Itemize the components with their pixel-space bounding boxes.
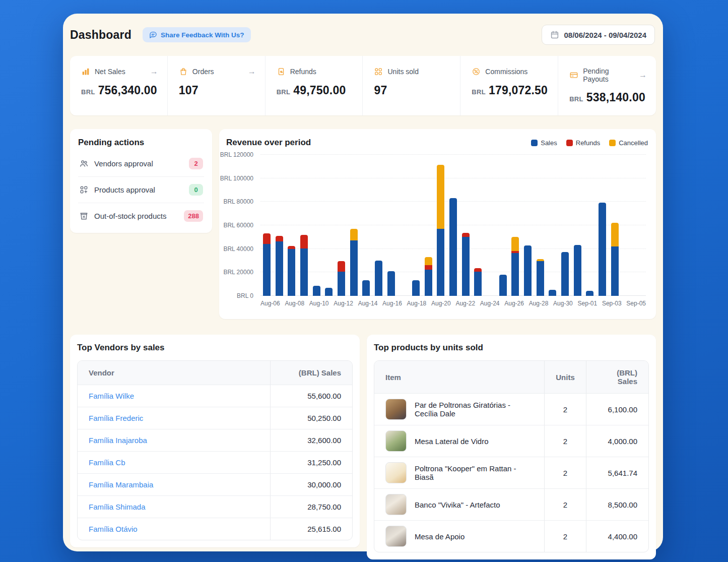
product-units-cell: 2 (544, 457, 586, 488)
chart-legend: SalesRefundsCancelled (531, 139, 648, 147)
bar-slot (285, 155, 298, 296)
bar-slot (459, 155, 472, 296)
kpi-commissions[interactable]: Commissions BRL179,072.50 (460, 56, 558, 115)
bar-Aug-16[interactable] (387, 271, 395, 296)
arrow-icon[interactable]: → (248, 67, 256, 76)
bar-Aug-10[interactable] (313, 286, 320, 296)
kpi-units-sold[interactable]: Units sold 97 (363, 56, 460, 115)
bar-Aug-11[interactable] (325, 288, 333, 296)
bar-Aug-08[interactable] (288, 246, 295, 296)
bar-Aug-29[interactable] (549, 290, 556, 296)
arrow-icon[interactable]: → (150, 67, 158, 76)
calendar-icon (550, 30, 559, 39)
grid-plus-icon (79, 185, 89, 195)
product-sales-cell: 5,641.74 (586, 457, 648, 488)
bar-slot (397, 155, 410, 296)
table-row: Família Inajaroba32,600.00 (78, 429, 352, 451)
bar-Aug-19[interactable] (425, 257, 432, 296)
product-name: Mesa Lateral de Vidro (415, 437, 488, 446)
pending-item-out-of-stock[interactable]: Out-of-stock products 288 (78, 203, 204, 229)
bar-Aug-28[interactable] (537, 259, 544, 296)
bar-slot (559, 155, 571, 296)
vendor-link[interactable]: Família Inajaroba (89, 436, 147, 445)
refund-icon (277, 67, 286, 76)
bar-segment-sales (276, 241, 283, 296)
x-tick-label: Aug-22 (455, 300, 475, 307)
bar-Sep-03[interactable] (611, 223, 619, 296)
x-tick-label: Sep-01 (577, 300, 597, 307)
bar-Sep-02[interactable] (599, 203, 606, 296)
date-range-value: 08/06/2024 - 09/04/2024 (564, 31, 646, 39)
x-tick-label (451, 300, 456, 307)
share-feedback-button[interactable]: Share Feedback With Us? (143, 27, 251, 42)
x-tick-label (353, 300, 358, 307)
kpi-value: 97 (374, 84, 387, 97)
products-table: Item Units (BRL) Sales Par de Poltronas … (374, 360, 649, 552)
bar-Aug-27[interactable] (524, 245, 532, 296)
legend-item-refunds: Refunds (566, 139, 600, 147)
bar-Aug-15[interactable] (375, 261, 382, 296)
bar-slot (571, 155, 584, 296)
chart-x-axis: Aug-06Aug-08Aug-10Aug-12Aug-14Aug-16Aug-… (260, 300, 646, 307)
chart-bars (260, 155, 646, 296)
kpi-value: 179,072.50 (489, 84, 548, 97)
count-badge: 288 (184, 210, 203, 222)
bar-Aug-07[interactable] (276, 236, 283, 296)
bar-Aug-21[interactable] (449, 198, 457, 296)
vendors-col-vendor: Vendor (78, 361, 270, 385)
bar-Aug-14[interactable] (362, 280, 370, 296)
vendor-cell: Família Shimada (78, 495, 270, 518)
vendor-link[interactable]: Família Frederic (89, 414, 143, 422)
bar-segment-refunds (474, 268, 482, 272)
x-tick-label (548, 300, 553, 307)
vendor-link[interactable]: Família Wilke (89, 392, 134, 400)
bar-slot (521, 155, 534, 296)
bar-Aug-18[interactable] (412, 280, 420, 296)
kpi-pending-payouts[interactable]: Pending Payouts → BRL538,140.00 (558, 56, 656, 115)
bar-Aug-06[interactable] (263, 233, 271, 296)
bar-Aug-22[interactable] (462, 233, 470, 296)
kpi-label: Pending Payouts (583, 67, 634, 83)
bar-slot (609, 155, 621, 296)
bar-segment-sales (611, 246, 619, 296)
vendor-link[interactable]: Família Otávio (89, 525, 138, 533)
bar-Sep-01[interactable] (586, 291, 593, 296)
kpi-value: 107 (179, 84, 198, 97)
bar-Aug-23[interactable] (474, 268, 482, 296)
kpi-refunds[interactable]: Refunds BRL49,750.00 (266, 56, 363, 115)
bar-slot (260, 155, 273, 296)
pending-item-products-approval[interactable]: Products approval 0 (78, 177, 204, 203)
pending-item-vendors-approval[interactable]: Vendors approval 2 (78, 151, 204, 177)
bar-Aug-20[interactable] (437, 165, 444, 296)
bar-Aug-31[interactable] (574, 245, 581, 296)
kpi-orders[interactable]: Orders → 107 (168, 56, 266, 115)
x-tick-label (475, 300, 480, 307)
bar-Aug-26[interactable] (511, 237, 519, 296)
vendor-link[interactable]: Família Shimada (89, 503, 146, 511)
kpi-currency: BRL (569, 95, 583, 103)
bar-segment-sales (338, 272, 345, 296)
bar-segment-sales (350, 240, 358, 296)
vendor-link[interactable]: Família Cb (89, 458, 125, 467)
x-tick-label (377, 300, 382, 307)
bar-segment-sales (537, 261, 544, 296)
product-item-cell: Par de Poltronas Giratórias - Cecília Da… (374, 393, 544, 425)
x-tick-label (329, 300, 334, 307)
vendor-link[interactable]: Família Marambaia (89, 480, 153, 489)
bar-Aug-12[interactable] (338, 261, 345, 296)
date-range-picker[interactable]: 08/06/2024 - 09/04/2024 (542, 25, 655, 45)
product-units-cell: 2 (544, 520, 586, 552)
products-col-item: Item (374, 361, 544, 393)
bar-segment-sales (437, 229, 444, 296)
vendor-sales-cell: 25,615.00 (270, 518, 353, 540)
bar-Aug-09[interactable] (300, 235, 308, 296)
bar-slot (273, 155, 286, 296)
bar-Aug-30[interactable] (561, 252, 569, 296)
product-name: Poltrona "Kooper" em Rattan - Biasã (415, 464, 533, 481)
arrow-icon[interactable]: → (639, 71, 647, 80)
bar-Aug-25[interactable] (499, 275, 507, 296)
bar-segment-sales (462, 237, 470, 296)
x-tick-label: Aug-08 (285, 300, 304, 307)
kpi-net-sales[interactable]: Net Sales → BRL756,340.00 (70, 56, 168, 115)
bar-Aug-13[interactable] (350, 229, 358, 296)
